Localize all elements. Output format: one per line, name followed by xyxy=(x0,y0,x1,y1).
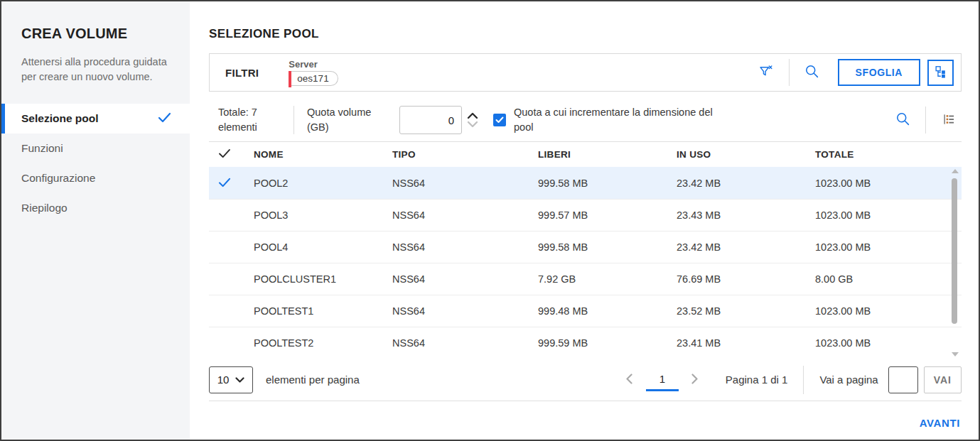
stepper-down-icon[interactable] xyxy=(467,121,478,128)
cell-free: 999.58 MB xyxy=(538,241,677,253)
browse-button[interactable]: SFOGLIA xyxy=(838,59,920,86)
table-row-poolcluster1[interactable]: POOLCLUSTER1 NSS64 7.92 GB 76.69 MB 8.00… xyxy=(209,263,962,295)
clear-filter-button[interactable] xyxy=(753,60,779,85)
tree-view-icon xyxy=(934,65,947,80)
volume-quota-input[interactable] xyxy=(399,106,462,134)
goto-page-input[interactable] xyxy=(888,366,918,393)
search-icon xyxy=(804,64,819,81)
wizard-sidebar: CREA VOLUME Attenersi alla procedura gui… xyxy=(1,1,190,440)
cell-name: POOLTEST1 xyxy=(254,305,392,317)
tree-view-button[interactable] xyxy=(927,60,954,86)
table-actions xyxy=(890,107,962,134)
total-items-label: Totale: 7 elementi xyxy=(218,105,289,135)
filter-clear-icon xyxy=(758,64,773,81)
cell-free: 999.59 MB xyxy=(538,337,677,349)
pool-table-body: POOL2 NSS64 999.58 MB 23.42 MB 1023.00 M… xyxy=(209,167,962,359)
scrollbar-up-arrow[interactable] xyxy=(952,169,959,173)
previous-page-button[interactable] xyxy=(618,368,642,392)
cell-in-use: 23.42 MB xyxy=(677,178,815,189)
scrollbar-thumb[interactable] xyxy=(952,178,957,324)
table-row-pooltest1[interactable]: POOLTEST1 NSS64 999.48 MB 23.52 MB 1023.… xyxy=(209,295,962,327)
cell-in-use: 23.43 MB xyxy=(677,209,815,221)
step-complete-check-icon xyxy=(158,112,171,126)
pager: 1 Pagina 1 di 1 Vai a pagina VAI xyxy=(618,366,962,394)
divider xyxy=(803,366,804,394)
list-settings-icon xyxy=(942,112,956,129)
search-in-table-button[interactable] xyxy=(890,107,915,133)
table-scrollbar[interactable] xyxy=(949,169,959,356)
cell-total: 1023.00 MB xyxy=(815,305,962,317)
current-page-number[interactable]: 1 xyxy=(646,373,679,391)
wizard-footer: AVANTI xyxy=(209,401,962,440)
step-label: Riepilogo xyxy=(21,202,68,214)
page-size-select[interactable]: 10 xyxy=(209,366,253,393)
row-selected-check-icon xyxy=(218,178,254,190)
column-header-tipo[interactable]: TIPO xyxy=(392,149,538,160)
cell-name: POOLCLUSTER1 xyxy=(254,273,392,285)
cell-in-use: 23.42 MB xyxy=(677,241,815,253)
quota-increment-checkbox[interactable] xyxy=(493,114,506,126)
table-row-pool4[interactable]: POOL4 NSS64 999.58 MB 23.42 MB 1023.00 M… xyxy=(209,231,962,263)
sidebar-item-configurazione[interactable]: Configurazione xyxy=(1,163,190,193)
column-settings-button[interactable] xyxy=(936,107,962,133)
scrollbar-down-arrow[interactable] xyxy=(952,352,959,356)
go-button[interactable]: VAI xyxy=(924,366,962,393)
cell-type: NSS64 xyxy=(392,178,538,189)
search-pools-button[interactable] xyxy=(799,60,825,85)
server-filter-chip[interactable]: oes171 xyxy=(291,71,338,86)
pool-table-header: NOME TIPO LIBERI IN USO TOTALE xyxy=(209,142,962,167)
cell-total: 1023.00 MB xyxy=(815,209,962,221)
pagination-bar: 10 elementi per pagina 1 Pag xyxy=(209,359,962,401)
cell-type: NSS64 xyxy=(392,337,538,349)
items-per-page-label: elementi per pagina xyxy=(266,374,360,386)
cell-type: NSS64 xyxy=(392,305,538,317)
server-filter-label: Server xyxy=(289,59,338,70)
cell-in-use: 23.41 MB xyxy=(677,337,815,349)
sidebar-item-selezione-pool[interactable]: Selezione pool xyxy=(1,104,190,134)
cell-type: NSS64 xyxy=(392,209,538,221)
divider xyxy=(294,106,294,134)
table-row-pool2[interactable]: POOL2 NSS64 999.58 MB 23.42 MB 1023.00 M… xyxy=(209,167,962,199)
column-header-liberi[interactable]: LIBERI xyxy=(538,149,677,160)
page-title: SELEZIONE POOL xyxy=(209,27,962,41)
cell-free: 7.92 GB xyxy=(538,273,677,285)
filters-label: FILTRI xyxy=(225,67,259,79)
cell-free: 999.48 MB xyxy=(538,305,677,317)
cell-name: POOLTEST2 xyxy=(254,337,392,349)
cell-type: NSS64 xyxy=(392,241,538,253)
cell-free: 999.58 MB xyxy=(538,178,677,189)
table-row-pooltest2[interactable]: POOLTEST2 NSS64 999.59 MB 23.41 MB 1023.… xyxy=(209,327,962,359)
cell-type: NSS64 xyxy=(392,273,538,285)
column-header-in-uso[interactable]: IN USO xyxy=(677,149,815,160)
divider xyxy=(789,59,790,86)
quota-increment-label[interactable]: Quota a cui incrementare la dimensione d… xyxy=(514,105,734,135)
cell-total: 1023.00 MB xyxy=(815,337,962,349)
select-all-check-icon[interactable] xyxy=(218,148,254,160)
table-toolbar: Totale: 7 elementi Quota volume (GB) Quo… xyxy=(209,104,962,142)
next-page-button[interactable] xyxy=(683,368,707,392)
wizard-description: Attenersi alla procedura guidata per cre… xyxy=(21,55,173,84)
chevron-left-icon xyxy=(626,374,632,386)
cell-name: POOL3 xyxy=(254,209,392,221)
column-header-totale[interactable]: TOTALE xyxy=(815,149,962,160)
cell-total: 8.00 GB xyxy=(815,273,962,285)
step-label: Funzioni xyxy=(21,142,63,155)
page-size-value: 10 xyxy=(217,374,230,386)
stepper-up-icon[interactable] xyxy=(467,112,478,119)
next-button[interactable]: AVANTI xyxy=(918,413,962,433)
sidebar-item-funzioni[interactable]: Funzioni xyxy=(1,134,190,163)
cell-total: 1023.00 MB xyxy=(815,178,962,189)
filter-bar: FILTRI Server oes171 SFOGLIA xyxy=(209,53,962,92)
wizard-title: CREA VOLUME xyxy=(1,26,190,42)
cell-in-use: 76.69 MB xyxy=(677,273,815,285)
search-icon xyxy=(895,111,910,129)
cell-in-use: 23.52 MB xyxy=(677,305,815,317)
checkbox-check-icon xyxy=(495,114,504,126)
column-header-nome[interactable]: NOME xyxy=(254,149,392,160)
quota-stepper xyxy=(467,112,478,128)
chevron-down-icon xyxy=(235,374,244,386)
table-row-pool3[interactable]: POOL3 NSS64 999.57 MB 23.43 MB 1023.00 M… xyxy=(209,199,962,231)
goto-page-label: Vai a pagina xyxy=(819,374,878,386)
server-filter: Server oes171 xyxy=(289,59,338,86)
sidebar-item-riepilogo[interactable]: Riepilogo xyxy=(1,193,190,223)
